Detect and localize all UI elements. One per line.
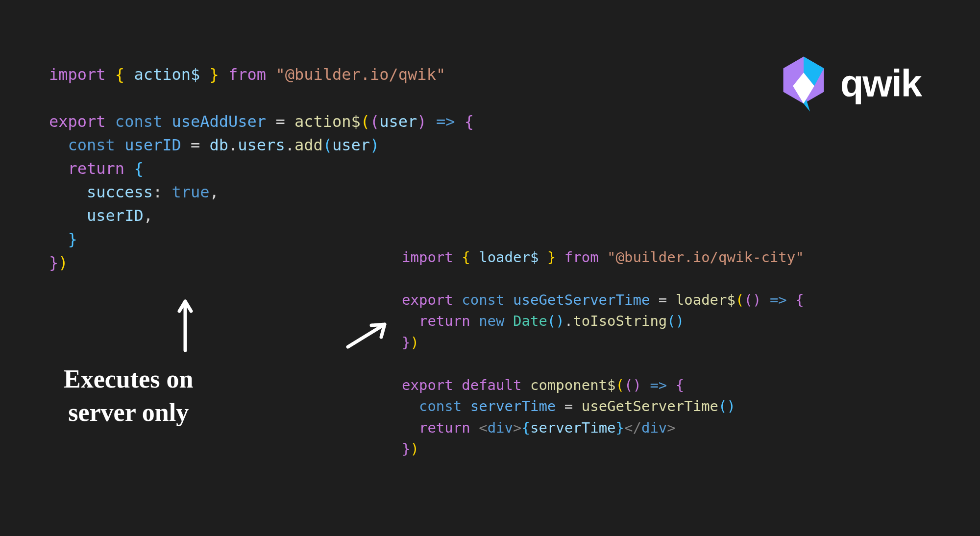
kw-from: from [228,65,266,84]
qwik-logo-icon [777,54,831,113]
ident: action$ [134,65,200,84]
ident: useGetServerTime [513,292,650,308]
arrow-diag-icon [343,318,392,353]
kw-const: const [462,292,504,308]
arrow: => [436,112,455,131]
fn: component$ [530,377,616,393]
paren: ) [410,440,418,457]
comma: , [144,206,153,225]
comma: , [210,183,219,201]
brace: } [402,440,410,457]
ident: useAddUser [172,112,266,131]
paren: ( [323,136,332,154]
brace: { [465,112,474,131]
kw-return: return [419,419,470,436]
kw-return: return [419,313,470,329]
brace: } [68,230,77,248]
kw-const: const [115,112,162,131]
paren: ( [735,292,744,308]
op: = [659,292,667,308]
paren: ) [676,313,684,329]
brace: } [402,334,410,351]
colon: : [153,183,162,201]
bool: true [172,183,209,201]
angle: < [479,419,487,436]
annotation-line2: server only [64,396,193,429]
paren: ) [727,398,735,414]
kw-from: from [564,249,599,266]
kw-new: new [479,313,504,329]
kw-const: const [419,398,462,414]
paren: ( [744,292,752,308]
tag: div [488,419,513,436]
arrow: => [650,377,667,393]
paren: ( [616,377,624,393]
ident: db [210,136,229,154]
key: userID [87,206,144,225]
kw-return: return [68,159,125,178]
qwik-logo-text: qwik [840,61,921,106]
paren: ( [667,313,675,329]
paren: ( [547,313,556,329]
kw-export: export [402,377,453,393]
code-block-right: import { loader$ } from "@builder.io/qwi… [402,225,804,460]
brace: { [676,377,684,393]
kw-const: const [68,136,115,154]
brace: } [547,249,556,266]
arrow-up-icon [175,294,195,353]
expr: serverTime [530,419,616,436]
paren: ) [417,112,426,131]
dot: . [285,136,294,154]
fn: add [294,136,323,154]
fn: useGetServerTime [582,398,718,414]
arg: user [332,136,370,154]
brace: { [462,249,470,266]
method: toIsoString [573,313,667,329]
string: "@builder.io/qwik" [275,65,445,84]
param: user [379,112,417,131]
paren: ) [410,334,418,351]
paren: ) [370,136,379,154]
op: = [275,112,285,131]
paren: ( [370,112,379,131]
annotation-text: Executes on server only [64,363,193,429]
kw-export: export [402,292,453,308]
kw-import: import [49,65,106,84]
angle: </ [624,419,641,436]
brace: { [115,65,124,84]
class: Date [513,313,547,329]
tag: div [641,419,667,436]
dot: . [564,313,573,329]
brace: { [795,292,804,308]
paren: ( [718,398,727,414]
kw-import: import [402,249,453,266]
ident: userID [124,136,181,154]
brace: { [521,419,530,436]
kw-export: export [49,112,106,131]
paren: ) [556,313,564,329]
arrow: => [770,292,787,308]
paren: ) [753,292,761,308]
paren: ) [58,253,68,272]
ident: loader$ [479,249,539,266]
brace: } [210,65,219,84]
kw-default: default [462,377,521,393]
paren: ( [361,112,370,131]
paren: ) [633,377,641,393]
brace: } [49,253,58,272]
brace: } [616,419,624,436]
op: = [564,398,573,414]
angle: > [513,419,521,436]
op: = [191,136,200,154]
fn: action$ [294,112,361,131]
brace: { [134,159,143,178]
annotation-line1: Executes on [64,363,193,396]
fn: loader$ [676,292,735,308]
paren: ( [624,377,633,393]
ident: serverTime [470,398,556,414]
ident: users [238,136,285,154]
dot: . [228,136,238,154]
qwik-logo: qwik [777,54,921,113]
string: "@builder.io/qwik-city" [607,249,804,266]
angle: > [667,419,675,436]
